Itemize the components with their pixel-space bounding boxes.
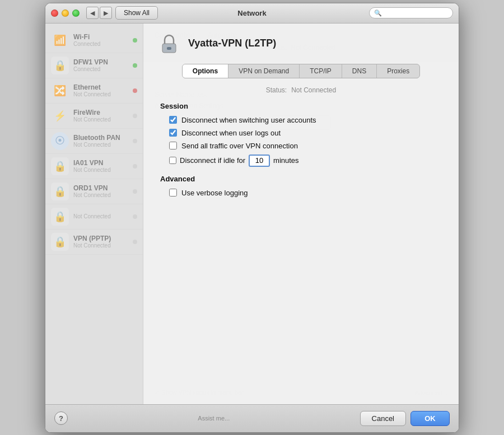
disconnect-logout-row: Disconnect when user logs out bbox=[169, 129, 442, 137]
status-dot-ord1vpn bbox=[133, 189, 137, 194]
back-button[interactable]: ◀ bbox=[86, 7, 99, 19]
send-all-traffic-label: Send all traffic over VPN connection bbox=[181, 142, 298, 150]
search-box: 🔍 bbox=[369, 7, 453, 18]
search-input[interactable] bbox=[384, 9, 448, 17]
idle-disconnect-row: Disconnect if idle for 10 minutes bbox=[169, 155, 442, 167]
disconnect-logout-checkbox[interactable] bbox=[169, 129, 177, 137]
ethernet-icon: 🔀 bbox=[51, 82, 69, 100]
bottom-bar: ? Assist me... Cancel OK bbox=[45, 404, 459, 432]
send-all-traffic-row: Send all traffic over VPN connection bbox=[169, 142, 442, 150]
advanced-title: Advanced bbox=[160, 175, 442, 183]
firewire-icon: ⚡ bbox=[51, 107, 69, 125]
verbose-logging-checkbox[interactable] bbox=[169, 189, 177, 197]
status-dot-ethernet bbox=[133, 88, 137, 93]
main-panel: Configuration: Automatic Status: Not Con… bbox=[143, 24, 459, 404]
close-button[interactable] bbox=[51, 10, 58, 17]
vpn-icon-unknown: 🔒 bbox=[51, 208, 69, 226]
verbose-logging-label: Use verbose logging bbox=[181, 189, 248, 197]
maximize-button[interactable] bbox=[72, 10, 80, 17]
status-dot-ia01vpn bbox=[133, 164, 137, 169]
tab-vpn-on-demand[interactable]: VPN on Demand bbox=[228, 64, 300, 78]
sidebar-item-ethernet[interactable]: 🔀 Ethernet Not Connected bbox=[45, 78, 143, 104]
sidebar-item-ord1vpn[interactable]: 🔒 ORD1 VPN Not Connected bbox=[45, 179, 143, 204]
tab-proxies[interactable]: Proxies bbox=[377, 64, 419, 78]
traffic-lights bbox=[51, 10, 80, 17]
disconnect-switch-row: Disconnect when switching user accounts bbox=[169, 116, 442, 124]
status-dot-pptpvpn bbox=[133, 240, 137, 244]
idle-minutes-input[interactable]: 10 bbox=[249, 155, 270, 167]
wifi-icon: 📶 bbox=[51, 31, 69, 49]
nav-buttons: ◀ ▶ bbox=[86, 7, 112, 19]
tab-options[interactable]: Options bbox=[183, 64, 228, 78]
idle-suffix-label: minutes bbox=[273, 156, 299, 165]
tab-container: Options VPN on Demand TCP/IP DNS Proxies bbox=[182, 64, 420, 78]
assist-text: Assist me... bbox=[68, 415, 360, 422]
title-bar: ◀ ▶ Show All Network 🔍 bbox=[45, 3, 459, 24]
status-dot-unknown bbox=[133, 214, 137, 219]
forward-button[interactable]: ▶ bbox=[100, 7, 112, 19]
send-all-traffic-checkbox[interactable] bbox=[169, 142, 177, 149]
sidebar-item-dfw1vpn[interactable]: 🔒 DFW1 VPN Connected bbox=[45, 53, 143, 78]
search-icon: 🔍 bbox=[374, 10, 382, 17]
vpn-icon-pptp: 🔒 bbox=[51, 233, 69, 251]
vpn-icon-ord1: 🔒 bbox=[51, 183, 69, 200]
window-title: Network bbox=[237, 9, 266, 17]
disconnect-logout-label: Disconnect when user logs out bbox=[181, 129, 281, 137]
tab-dns[interactable]: DNS bbox=[342, 64, 377, 78]
svg-rect-1 bbox=[167, 47, 171, 50]
vpn-icon-dfw1: 🔒 bbox=[51, 57, 69, 74]
disconnect-switch-checkbox[interactable] bbox=[169, 116, 177, 124]
sidebar-item-bluetooth[interactable]: ⦿ Bluetooth PAN Not Connected bbox=[45, 129, 143, 154]
network-window: ◀ ▶ Show All Network 🔍 📶 Wi-Fi Connected bbox=[45, 3, 459, 433]
status-dot-wifi bbox=[133, 38, 137, 43]
sidebar: 📶 Wi-Fi Connected 🔒 DFW1 VPN Connected 🔀 bbox=[45, 24, 143, 404]
tab-tcp-ip[interactable]: TCP/IP bbox=[300, 64, 342, 78]
help-button[interactable]: ? bbox=[54, 411, 68, 425]
bottom-buttons: Cancel OK bbox=[360, 411, 450, 426]
session-title: Session bbox=[160, 102, 442, 110]
sidebar-item-firewire[interactable]: ⚡ FireWire Not Connected bbox=[45, 104, 143, 129]
bluetooth-icon: ⦿ bbox=[51, 132, 69, 150]
disconnect-switch-label: Disconnect when switching user accounts bbox=[181, 116, 316, 124]
status-row: Status: Not Connected bbox=[160, 86, 442, 94]
sidebar-item-unknownvpn[interactable]: 🔒 Not Connected bbox=[45, 204, 143, 230]
idle-disconnect-checkbox[interactable] bbox=[169, 157, 176, 164]
status-value: Not Connected bbox=[291, 86, 336, 94]
advanced-section: Advanced Use verbose logging bbox=[160, 175, 442, 197]
status-dot-firewire bbox=[133, 114, 137, 118]
vpn-lock-icon bbox=[157, 31, 181, 56]
idle-prefix-label: Disconnect if idle for bbox=[180, 156, 245, 165]
show-all-button[interactable]: Show All bbox=[115, 6, 158, 20]
content-area: 📶 Wi-Fi Connected 🔒 DFW1 VPN Connected 🔀 bbox=[45, 24, 459, 404]
status-dot-dfw1vpn bbox=[133, 63, 137, 68]
minimize-button[interactable] bbox=[62, 10, 69, 17]
status-label: Status: bbox=[266, 86, 287, 94]
vpn-icon-ia01: 🔒 bbox=[51, 157, 69, 175]
tab-bar: Options VPN on Demand TCP/IP DNS Proxies bbox=[143, 64, 459, 78]
cancel-button[interactable]: Cancel bbox=[360, 411, 406, 426]
options-content: Status: Not Connected Session Disconnect… bbox=[143, 78, 459, 404]
sidebar-item-pptpvpn[interactable]: 🔒 VPN (PPTP) Not Connected bbox=[45, 230, 143, 255]
ok-button[interactable]: OK bbox=[410, 411, 450, 426]
modal-header: Vyatta-VPN (L2TP) bbox=[143, 24, 459, 62]
status-dot-bluetooth bbox=[133, 139, 137, 143]
verbose-logging-row: Use verbose logging bbox=[169, 189, 442, 197]
vpn-title: Vyatta-VPN (L2TP) bbox=[188, 38, 276, 49]
sidebar-item-wifi[interactable]: 📶 Wi-Fi Connected bbox=[45, 28, 143, 53]
sidebar-item-ia01vpn[interactable]: 🔒 IA01 VPN Not Connected bbox=[45, 154, 143, 179]
modal-overlay: Vyatta-VPN (L2TP) Options VPN on Demand … bbox=[143, 24, 459, 404]
